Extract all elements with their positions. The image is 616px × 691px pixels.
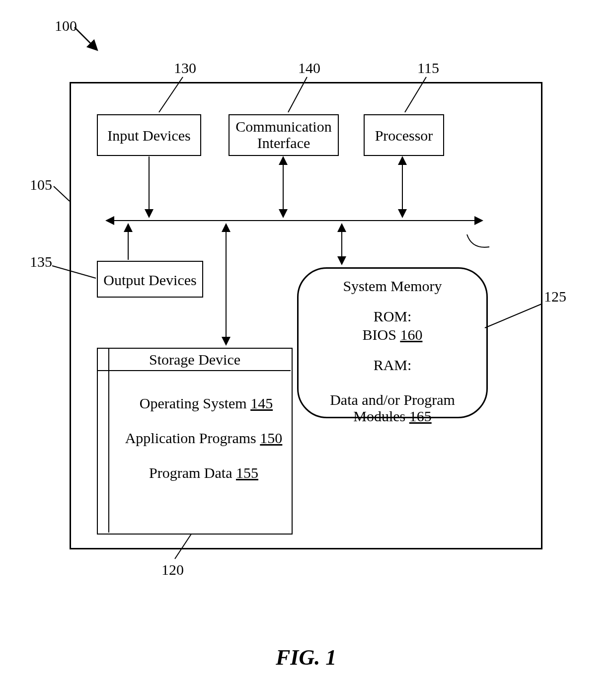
svg-line-6: [485, 304, 541, 328]
connectors: [0, 0, 616, 691]
svg-line-4: [54, 186, 70, 201]
svg-line-0: [75, 27, 97, 50]
svg-line-1: [159, 77, 183, 112]
svg-line-2: [288, 77, 307, 112]
svg-line-7: [175, 534, 191, 559]
svg-line-5: [52, 266, 96, 278]
svg-line-3: [405, 77, 426, 112]
